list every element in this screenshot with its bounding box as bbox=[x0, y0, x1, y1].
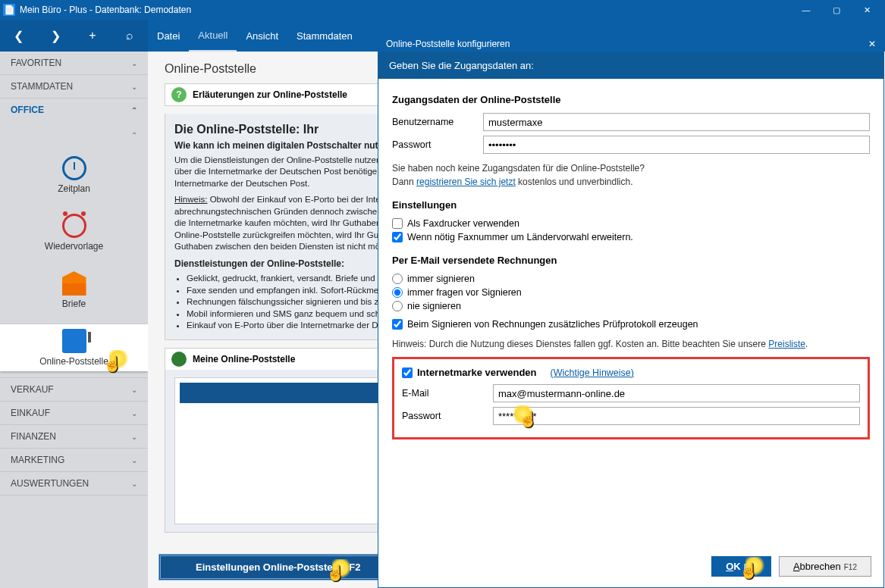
chevron-down-icon: ⌄ bbox=[131, 480, 137, 488]
mail-icon bbox=[62, 271, 86, 296]
mailbox-icon bbox=[62, 329, 86, 353]
sidebar-item-online-poststelle[interactable]: Online-Poststelle bbox=[0, 324, 148, 371]
important-notes-link[interactable]: (Wichtige Hinweise) bbox=[551, 368, 634, 378]
sidebar-einkauf[interactable]: EINKAUF⌄ bbox=[0, 402, 148, 424]
sidebar-item-briefe[interactable]: Briefe bbox=[0, 267, 148, 314]
menu-datei[interactable]: Datei bbox=[148, 20, 189, 52]
minimize-button[interactable]: — bbox=[791, 2, 821, 18]
internetmarke-section: Internetmarke verwenden (Wichtige Hinwei… bbox=[392, 357, 870, 439]
config-dialog: Online-Poststelle konfigurieren ✕ Geben … bbox=[378, 35, 884, 588]
im-password-label: Passwort bbox=[402, 411, 485, 421]
window-titlebar: 📄 Mein Büro - Plus - Datenbank: Demodate… bbox=[0, 0, 885, 20]
app-icon: 📄 bbox=[3, 4, 15, 16]
ok-button[interactable]: OOKKF11 bbox=[711, 556, 771, 577]
sign-always-radio[interactable]: immer signieren bbox=[392, 274, 870, 284]
nav-forward[interactable]: ❯ bbox=[44, 29, 67, 43]
sidebar-favoriten[interactable]: FAVORITEN⌄ bbox=[0, 52, 148, 74]
password-label: Passwort bbox=[392, 139, 475, 150]
chevron-down-icon: ⌄ bbox=[131, 433, 137, 441]
sidebar-office[interactable]: OFFICE⌃ bbox=[0, 99, 148, 121]
menu-ansicht[interactable]: Ansicht bbox=[237, 20, 287, 52]
settings-button[interactable]: Einstellungen Online-Poststelle F2 bbox=[158, 554, 397, 580]
dialog-close-icon[interactable]: ✕ bbox=[868, 39, 876, 49]
sidebar-item-wiedervorlage[interactable]: Wiedervorlage bbox=[0, 209, 148, 256]
sidebar-marketing[interactable]: MARKETING⌄ bbox=[0, 449, 148, 471]
sidebar: FAVORITEN⌄ STAMMDATEN⌄ OFFICE⌃ ⌃ Zeitpla… bbox=[0, 52, 148, 588]
settings-header: Einstellungen bbox=[392, 199, 870, 211]
sign-never-radio[interactable]: nie signieren bbox=[392, 301, 870, 311]
protocol-checkbox[interactable]: Beim Signieren von Rechnungen zusätzlich… bbox=[392, 319, 870, 330]
pricelist-link[interactable]: Preisliste bbox=[768, 339, 805, 349]
window-title: Mein Büro - Plus - Datenbank: Demodaten bbox=[20, 5, 191, 15]
register-link[interactable]: registrieren Sie sich jetzt bbox=[416, 177, 516, 187]
username-label: Benutzername bbox=[392, 117, 475, 127]
chevron-down-icon: ⌄ bbox=[131, 59, 137, 67]
cancel-button[interactable]: AbbrechenF12 bbox=[779, 556, 871, 577]
chevron-down-icon: ⌄ bbox=[131, 456, 137, 464]
menu-aktuell[interactable]: Aktuell bbox=[189, 20, 237, 52]
sidebar-item-zeitplan[interactable]: Zeitplan bbox=[0, 152, 148, 199]
clock-icon bbox=[62, 156, 86, 180]
globe-icon bbox=[171, 352, 187, 367]
nav-back[interactable]: ❮ bbox=[7, 29, 30, 43]
chevron-up-icon: ⌃ bbox=[131, 106, 137, 114]
im-email-label: E-Mail bbox=[402, 388, 485, 399]
dialog-subtitle: Geben Sie die Zugangsdaten an: bbox=[378, 52, 883, 79]
internetmarke-checkbox[interactable]: Internetmarke verwenden bbox=[402, 367, 537, 378]
sign-ask-radio[interactable]: immer fragen vor Signieren bbox=[392, 287, 870, 298]
chevron-down-icon: ⌄ bbox=[131, 83, 137, 91]
im-password-input[interactable] bbox=[493, 407, 860, 425]
maximize-button[interactable]: ▢ bbox=[821, 2, 852, 18]
email-invoices-header: Per E-Mail versendete Rechnungen bbox=[392, 255, 870, 266]
no-account-text: Sie haben noch keine Zugangsdaten für di… bbox=[392, 163, 870, 174]
sidebar-stammdaten[interactable]: STAMMDATEN⌄ bbox=[0, 75, 148, 98]
sidebar-verkauf[interactable]: VERKAUF⌄ bbox=[0, 378, 148, 401]
nav-add[interactable]: + bbox=[81, 29, 104, 42]
fax-country-checkbox[interactable]: Wenn nötig Faxnummer um Ländervorwahl er… bbox=[392, 232, 870, 242]
menu-stammdaten[interactable]: Stammdaten bbox=[287, 20, 362, 52]
sidebar-finanzen[interactable]: FINANZEN⌄ bbox=[0, 425, 148, 448]
help-icon: ? bbox=[171, 87, 187, 102]
nav-search[interactable]: ⌕ bbox=[118, 29, 141, 42]
chevron-down-icon: ⌄ bbox=[131, 386, 137, 394]
chevron-up-icon[interactable]: ⌃ bbox=[131, 131, 137, 139]
explain-header: Erläuterungen zur Online-Poststelle bbox=[193, 89, 347, 100]
username-input[interactable] bbox=[483, 113, 870, 131]
alarm-icon bbox=[62, 214, 86, 238]
im-email-input[interactable] bbox=[493, 384, 860, 402]
chevron-down-icon: ⌄ bbox=[131, 409, 137, 418]
dialog-title: Online-Poststelle konfigurieren bbox=[386, 39, 510, 49]
close-button[interactable]: ✕ bbox=[852, 2, 882, 18]
password-input[interactable] bbox=[483, 136, 870, 154]
fax-printer-checkbox[interactable]: Als Faxdrucker verwenden bbox=[392, 218, 870, 229]
credentials-header: Zugangsdaten der Online-Poststelle bbox=[392, 94, 870, 105]
my-poststelle-header: Meine Online-Poststelle bbox=[193, 354, 295, 364]
sidebar-auswertungen[interactable]: AUSWERTUNGEN⌄ bbox=[0, 472, 148, 495]
